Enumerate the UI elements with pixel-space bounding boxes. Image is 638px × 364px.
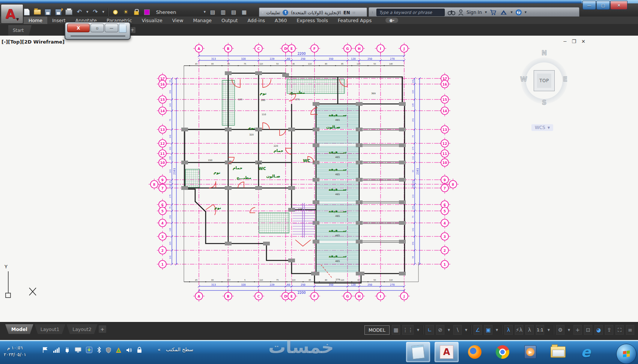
binoculars-icon[interactable] <box>448 10 455 15</box>
speaker-icon[interactable] <box>126 347 132 353</box>
isoplane-dropdown-icon[interactable]: ▼ <box>464 325 468 334</box>
tab-featured-apps[interactable]: Featured Apps <box>333 17 376 24</box>
viewcube-west[interactable]: W <box>520 75 527 83</box>
toolbar-chevron[interactable]: « <box>158 347 161 352</box>
snap-dropdown-icon[interactable]: ▼ <box>416 325 420 334</box>
unlock-icon[interactable] <box>133 9 140 15</box>
application-menu-button[interactable]: A▼ <box>1 4 23 24</box>
floating-restore-button[interactable]: ▫ <box>90 24 104 32</box>
language-bar[interactable]: ▼ تعليمات ؟ الإنجليزية (الولايات المتحدة… <box>259 8 367 18</box>
scale-value[interactable]: 1:1 <box>536 325 544 335</box>
start-button[interactable] <box>616 344 636 364</box>
taskbar-autocad-button[interactable]: A <box>435 342 459 362</box>
viewcube-top-face[interactable]: TOP <box>534 70 555 91</box>
power-plug-icon[interactable] <box>64 347 70 353</box>
viewcube-east[interactable]: E <box>563 75 567 83</box>
save-icon[interactable] <box>44 9 51 15</box>
osnap-dropdown-icon[interactable]: ▼ <box>495 325 499 334</box>
polar-dropdown-icon[interactable]: ▼ <box>447 325 451 334</box>
save-as-icon[interactable] <box>55 9 62 15</box>
autoscale-icon[interactable]: ⚡λ <box>515 325 523 335</box>
tab-a360[interactable]: A360 <box>270 17 292 24</box>
tab-manage[interactable]: Manage <box>188 17 217 24</box>
maximize-button[interactable]: ▢ <box>596 1 610 10</box>
sign-in-button[interactable]: Sign In <box>466 10 482 15</box>
trusted-autoload-icon[interactable]: ⇪ <box>605 325 613 335</box>
doc-minimize-icon[interactable]: ─ <box>564 39 567 44</box>
viewcube-south[interactable]: S <box>542 99 546 106</box>
help-icon[interactable]: ? <box>516 9 522 15</box>
tab-output[interactable]: Output <box>217 17 242 24</box>
action-center-flag-icon[interactable] <box>42 347 48 353</box>
isolate-objects-icon[interactable]: ⊡ <box>584 325 592 335</box>
layer-name[interactable]: Shereen <box>154 9 200 15</box>
display-icon[interactable] <box>75 347 81 353</box>
infocenter-grip[interactable]: ⁞ <box>372 11 373 14</box>
tab-view[interactable]: View <box>167 17 188 24</box>
customization-icon[interactable]: ≡ <box>626 325 634 335</box>
grid-display-icon[interactable]: ▦ <box>392 325 400 335</box>
taskbar-clock[interactable]: ١٠:٥٦ م ٢٠٢٣/٠٥/٠١ <box>4 344 26 358</box>
shield-icon[interactable] <box>106 347 111 353</box>
model-space-button[interactable]: MODEL <box>364 325 390 335</box>
minimize-button[interactable]: — <box>582 1 596 10</box>
language-name[interactable]: الإنجليزية (الولايات المتحدة) <box>291 10 341 15</box>
object-snap-tracking-icon[interactable]: ∠ <box>474 325 482 335</box>
tab-layout1[interactable]: Layout1 <box>35 324 65 334</box>
tab-visualize[interactable]: Visualize <box>137 17 167 24</box>
annotation-monitor-icon[interactable]: + <box>573 325 582 335</box>
lock-icon[interactable] <box>137 347 142 353</box>
layer-walk-icon[interactable]: ▤ <box>230 9 237 15</box>
undo-dropdown-icon[interactable]: ▼ <box>86 11 88 14</box>
undo-icon[interactable]: ↶ <box>76 9 83 15</box>
help-dropdown-icon[interactable]: ▼ <box>525 11 527 14</box>
help-label-arabic[interactable]: تعليمات <box>266 10 280 15</box>
drawing-canvas[interactable]: [-][Top][2D Wireframe] ─ ❐ ✕ N W E S TOP… <box>0 36 638 322</box>
tab-start[interactable]: Start <box>8 25 32 36</box>
snap-mode-icon[interactable]: ⋮⋮ <box>402 325 414 335</box>
redo-dropdown-icon[interactable]: ▼ <box>102 11 104 14</box>
object-snap-icon[interactable]: ▣ <box>484 325 492 335</box>
search-input[interactable]: Type a keyword or phrase <box>376 9 445 16</box>
language-code[interactable]: EN <box>343 10 350 15</box>
layer-properties-icon[interactable]: ▤ <box>209 9 216 15</box>
open-file-icon[interactable] <box>34 9 41 15</box>
tab-addins[interactable]: Add-ins <box>242 17 270 24</box>
lightbulb-icon[interactable] <box>112 9 119 15</box>
polar-tracking-icon[interactable]: ⊘ <box>436 325 444 335</box>
desktop-toolbar-label[interactable]: سطح المكتب <box>166 347 193 352</box>
floating-minimize-button[interactable]: — <box>105 24 118 32</box>
sun-icon[interactable]: ☀ <box>122 9 129 15</box>
hardware-acceleration-icon[interactable]: ◕ <box>594 325 603 335</box>
tab-layout2[interactable]: Layout2 <box>66 324 97 334</box>
taskbar-ie-button[interactable]: e <box>574 342 597 362</box>
bluetooth-icon[interactable] <box>97 347 101 353</box>
doc-close-icon[interactable]: ✕ <box>581 39 585 44</box>
avast-icon[interactable] <box>116 347 122 353</box>
taskbar-explorer-button[interactable] <box>546 342 570 362</box>
network-signal-icon[interactable] <box>53 347 60 353</box>
taskbar-notepad-button[interactable] <box>406 342 430 362</box>
download-manager-icon[interactable] <box>86 347 92 353</box>
taskbar-firefox-button[interactable] <box>463 342 486 362</box>
taskbar-chrome-button[interactable] <box>491 342 514 362</box>
layer-states-icon[interactable]: ▥ <box>220 9 227 15</box>
clean-screen-icon[interactable]: ⛶ <box>615 325 624 335</box>
annotation-visibility-icon[interactable]: λ <box>504 325 513 335</box>
viewcube-north[interactable]: N <box>542 49 547 57</box>
floating-toolbar[interactable]: X ▫ — <box>65 22 131 40</box>
tab-express-tools[interactable]: Express Tools <box>292 17 333 24</box>
taskbar-media-player-button[interactable]: ▶ <box>519 342 542 362</box>
tab-model[interactable]: Model <box>5 324 33 334</box>
annotation-scale-icon[interactable]: λ <box>525 325 534 335</box>
layer-dropdown-icon[interactable]: ▼ <box>204 11 206 14</box>
cart-icon[interactable] <box>490 9 497 15</box>
close-button[interactable]: ✕ <box>610 1 627 10</box>
workspace-dropdown-icon[interactable]: ▼ <box>567 325 571 334</box>
doc-restore-icon[interactable]: ❐ <box>572 39 576 44</box>
plot-icon[interactable] <box>65 9 72 15</box>
floating-close-button[interactable]: X <box>67 24 90 32</box>
new-file-icon[interactable] <box>23 9 30 15</box>
a360-dropdown-icon[interactable]: ▼ <box>510 11 512 14</box>
viewport-controls[interactable]: [-][Top][2D Wireframe] <box>2 39 65 45</box>
